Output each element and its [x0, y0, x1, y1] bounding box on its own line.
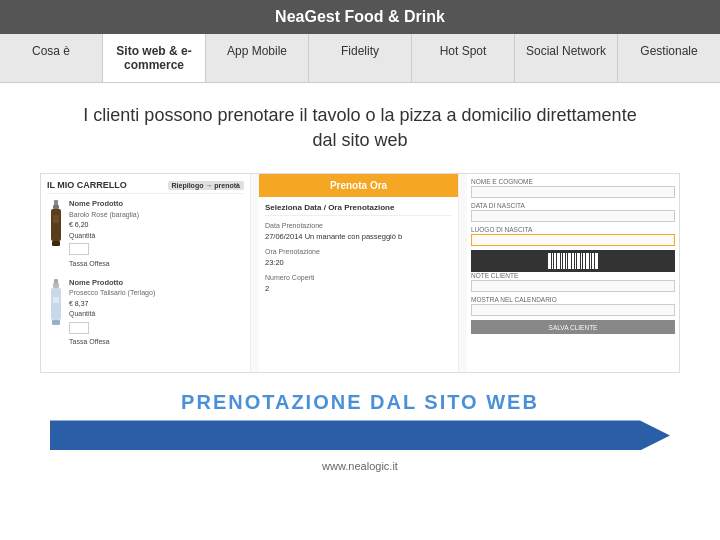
booking-covers-value: 2 — [265, 284, 269, 293]
bottle-image-1 — [47, 198, 65, 248]
app-header: NeaGest Food & Drink — [0, 0, 720, 34]
booking-body: Seleziona Data / Ora Prenotazione Data P… — [259, 197, 458, 305]
barcode-line — [577, 253, 580, 269]
headline-line1: I clienti possono prenotare il tavolo o … — [83, 105, 636, 125]
cart-item-1-price: € 6,20 — [69, 220, 244, 231]
form-label-name: NOME E COGNOME — [471, 178, 675, 185]
form-field-notes[interactable] — [471, 280, 675, 292]
footer-url: www.nealogic.it — [322, 460, 398, 472]
barcode-area — [471, 250, 675, 272]
booking-date-extra: Un manante con passeggiò b — [305, 232, 403, 241]
booking-panel: Prenota Ora Seleziona Data / Ora Prenota… — [259, 174, 459, 372]
cta-text: PRENOTAZIONE DAL SITO WEB — [40, 391, 680, 414]
cart-label: IL MIO CARRELLO — [47, 180, 127, 190]
form-field-name[interactable] — [471, 186, 675, 198]
cart-item-1-qty-box[interactable] — [69, 243, 89, 255]
booking-date-value: 27/06/2014 — [265, 232, 303, 241]
navbar: Cosa è Sito web & e-commerce App Mobile … — [0, 34, 720, 83]
barcode-line — [572, 253, 574, 269]
cart-item-2-price: € 8,37 — [69, 299, 244, 310]
nav-cosa-e[interactable]: Cosa è — [0, 34, 103, 82]
cta-section: PRENOTAZIONE DAL SITO WEB — [40, 391, 680, 450]
svg-rect-6 — [53, 283, 59, 288]
headline-line2: dal sito web — [312, 130, 407, 150]
barcode-line — [548, 253, 551, 269]
nav-gestionale[interactable]: Gestionale — [618, 34, 720, 82]
cart-item-1-name: Nome Prodotto — [69, 198, 244, 209]
app-title: NeaGest Food & Drink — [275, 8, 445, 25]
footer: www.nealogic.it — [40, 460, 680, 472]
form-label-notes: NOTE CLIENTE — [471, 272, 675, 279]
headline: I clienti possono prenotare il tavolo o … — [40, 103, 680, 153]
cart-item-2-name: Nome Prodotto — [69, 277, 244, 288]
cta-arrow — [50, 420, 670, 450]
cart-item-2-qty-box[interactable] — [69, 322, 89, 334]
svg-rect-3 — [52, 241, 60, 246]
main-content: I clienti possono prenotare il tavolo o … — [0, 83, 720, 482]
booking-row-covers: Numero Coperti 2 — [265, 273, 452, 294]
svg-rect-1 — [53, 205, 59, 209]
booking-header-button[interactable]: Prenota Ora — [259, 174, 458, 197]
barcode-line — [575, 253, 576, 269]
form-panel: NOME E COGNOME DATA DI NASCITA LUOGO DI … — [467, 174, 679, 372]
form-field-birthplace[interactable] — [471, 234, 675, 246]
cart-item-2-info: Nome Prodotto Prosecco Talisario (Terlag… — [69, 277, 244, 348]
nav-app-mobile[interactable]: App Mobile — [206, 34, 309, 82]
barcode-line — [583, 253, 585, 269]
booking-covers-label: Numero Coperti — [265, 274, 314, 281]
form-row-name: NOME E COGNOME — [471, 178, 675, 198]
barcode-line — [554, 253, 556, 269]
barcode-line — [590, 253, 591, 269]
cart-item-1-tax-label: Tassa Offesa — [69, 259, 244, 270]
form-row-dob: DATA DI NASCITA — [471, 202, 675, 222]
screenshot-mockup: IL MIO CARRELLO Riepilogo → prenotà Nome… — [40, 173, 680, 373]
cart-item-2-sub: Prosecco Talisario (Terlago) — [69, 288, 244, 299]
nav-social-network[interactable]: Social Network — [515, 34, 618, 82]
cart-item-2-qty-label: Quantità — [69, 309, 244, 320]
form-row-birthplace: LUOGO DI NASCITA — [471, 226, 675, 246]
nav-hot-spot[interactable]: Hot Spot — [412, 34, 515, 82]
booking-time-value: 23:20 — [265, 258, 284, 267]
booking-row-date: Data Prenotazione 27/06/2014 Un manante … — [265, 221, 452, 242]
barcode-line — [561, 253, 562, 269]
barcode-line — [563, 253, 565, 269]
form-field-calendar[interactable] — [471, 304, 675, 316]
svg-rect-9 — [53, 297, 59, 303]
form-field-dob[interactable] — [471, 210, 675, 222]
bottle-image-2 — [47, 277, 65, 327]
form-label-calendar: MOSTRA NEL CALENDARIO — [471, 296, 675, 303]
barcode-line — [595, 253, 598, 269]
cart-panel: IL MIO CARRELLO Riepilogo → prenotà Nome… — [41, 174, 251, 372]
nav-sito-web[interactable]: Sito web & e-commerce — [103, 34, 206, 82]
booking-time-label: Ora Prenotazione — [265, 248, 320, 255]
barcode-line — [586, 253, 589, 269]
form-label-dob: DATA DI NASCITA — [471, 202, 675, 209]
cart-button[interactable]: Riepilogo → prenotà — [168, 181, 244, 190]
form-label-birthplace: LUOGO DI NASCITA — [471, 226, 675, 233]
cart-title: IL MIO CARRELLO Riepilogo → prenotà — [47, 180, 244, 194]
barcode-line — [552, 253, 553, 269]
nav-fidelity[interactable]: Fidelity — [309, 34, 412, 82]
barcode-lines — [548, 253, 598, 269]
booking-row-time: Ora Prenotazione 23:20 — [265, 247, 452, 268]
form-row-calendar: MOSTRA NEL CALENDARIO — [471, 296, 675, 316]
cart-item-1-qty-label: Quantità — [69, 231, 244, 242]
booking-panel-title: Seleziona Data / Ora Prenotazione — [265, 203, 452, 216]
save-button[interactable]: SALVA CLIENTE — [471, 320, 675, 334]
svg-rect-8 — [52, 320, 60, 325]
svg-rect-4 — [53, 215, 59, 223]
cart-item-1-info: Nome Prodotto Barolo Rosé (baraglia) € 6… — [69, 198, 244, 269]
form-row-notes: NOTE CLIENTE — [471, 272, 675, 292]
barcode-line — [581, 253, 582, 269]
svg-rect-7 — [51, 288, 61, 320]
barcode-line — [568, 253, 571, 269]
cart-item-1: Nome Prodotto Barolo Rosé (baraglia) € 6… — [47, 198, 244, 269]
barcode-line — [557, 253, 560, 269]
cart-item-2-tax-label: Tassa Offesa — [69, 337, 244, 348]
svg-rect-2 — [51, 209, 61, 241]
cart-item-2: Nome Prodotto Prosecco Talisario (Terlag… — [47, 277, 244, 348]
barcode-line — [566, 253, 567, 269]
booking-date-label: Data Prenotazione — [265, 222, 323, 229]
barcode-line — [592, 253, 594, 269]
cart-item-1-sub: Barolo Rosé (baraglia) — [69, 210, 244, 221]
